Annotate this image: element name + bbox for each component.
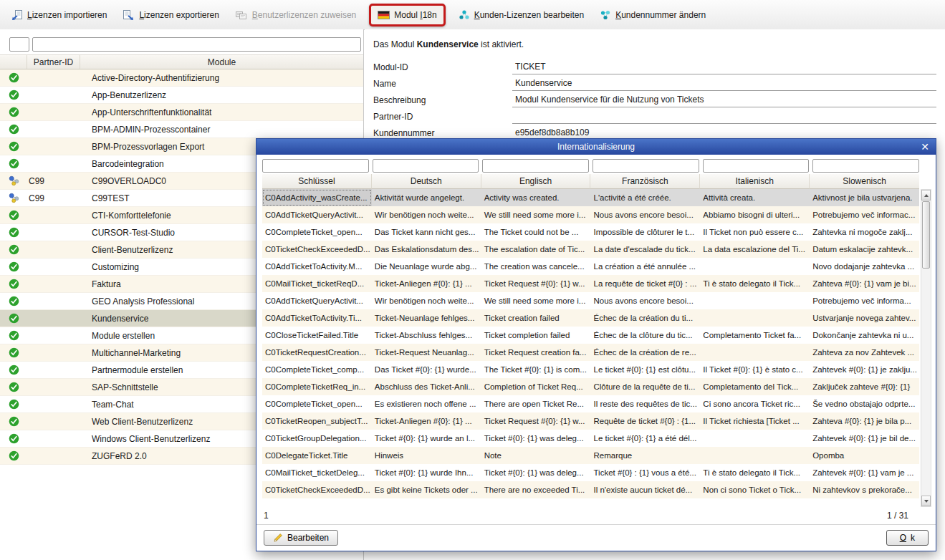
translation-row[interactable]: C0CompleteTicket_open... Das Ticket kann… — [262, 223, 919, 241]
cell-slovenian: Ustvarjanje novega zahtev... — [810, 309, 919, 327]
detail-field-value[interactable]: TICKET — [512, 60, 936, 74]
cell-slovenian: Zahteva za nov Zahtevek ... — [810, 344, 919, 361]
scroll-track[interactable] — [921, 269, 931, 496]
partner-id-filter-input[interactable] — [9, 37, 29, 52]
partner-id-column-header[interactable]: Partner-ID — [27, 55, 80, 69]
cell-slovenian: Zaključek zahteve #{0}: {1} — [810, 378, 919, 395]
module-row[interactable]: Active-Directory-Authentifizierung — [0, 69, 363, 87]
column-filter-input[interactable] — [703, 159, 810, 173]
module-table-header: Partner-ID Module — [0, 54, 363, 69]
status-column-header[interactable] — [0, 55, 27, 69]
cell-german: Aktivität wurde angelegt. — [372, 189, 481, 206]
cell-slovenian: Potrebujemo več informac... — [810, 206, 919, 223]
translation-row[interactable]: C0TicketCheckExceededD... Das Eskalation… — [262, 241, 919, 258]
translation-row[interactable]: C0AddTicketToActivity.Ti... Ticket-Neuan… — [262, 309, 919, 327]
detail-field-value[interactable]: Modul Kundenservice für die Nutzung von … — [512, 93, 936, 107]
translation-row[interactable]: C0TicketGroupDelegation... Ticket #{0}: … — [262, 430, 919, 447]
edit-button-label: Bearbeiten — [287, 533, 329, 543]
column-header[interactable]: Slowenisch — [810, 174, 919, 189]
ok-button[interactable]: Ok — [886, 530, 929, 546]
cell-french: La requête de ticket #{0} : ... — [590, 275, 700, 292]
detail-field-value[interactable]: Kundenservice — [512, 77, 936, 91]
translation-row[interactable]: C0MailTicket_ticketReqD... Ticket-Anlieg… — [262, 275, 919, 292]
translation-row[interactable]: C0DelegateTicket.Title Hinweis Note Rema… — [262, 447, 919, 464]
scroll-down-button[interactable] — [921, 496, 931, 506]
translation-row[interactable]: C0AddActivity_wasCreate... Aktivität wur… — [262, 189, 919, 206]
translation-row[interactable]: C0AddTicketQueryActivit... Wir benötigen… — [262, 206, 919, 223]
cell-key: C0TicketRequestCreation... — [262, 344, 372, 361]
cell-english: We still need some more i... — [481, 206, 591, 223]
row-count: 1 — [264, 511, 269, 521]
translation-row[interactable]: C0CompleteTicket_comp... Das Ticket #{0}… — [262, 361, 919, 378]
translation-row[interactable]: C0TicketReopen_subjectT... Ticket-Anlieg… — [262, 412, 919, 430]
close-icon[interactable]: ✕ — [918, 140, 932, 154]
cell-french: La date d'escalade du tick... — [590, 241, 700, 258]
module-row[interactable]: BPM-ADMIN-Prozesscontainer — [0, 121, 363, 138]
cell-german: Es existieren noch offene ... — [372, 395, 481, 412]
column-filter-input[interactable] — [812, 159, 919, 173]
translation-row[interactable]: C0AddTicketToActivity.M... Die Neuanlage… — [262, 258, 919, 275]
active-check-icon — [9, 227, 19, 238]
cell-key: C0CompleteTicket_open... — [262, 395, 372, 412]
column-header[interactable]: Italienisch — [700, 174, 810, 189]
active-check-icon — [9, 313, 19, 324]
active-check-icon — [9, 90, 19, 100]
import-licenses-button[interactable]: Lizenzen importieren — [4, 5, 113, 25]
cell-french: Il reste des requêtes de tic... — [590, 395, 700, 412]
cell-english: Ticket Request creation fa... — [481, 344, 591, 361]
cell-french: Remarque — [590, 447, 700, 464]
cell-german: Das Ticket kann nicht ges... — [372, 223, 481, 241]
module-filter-input[interactable] — [32, 37, 361, 52]
modul-i18n-highlight-box: Modul I18n — [369, 4, 445, 26]
cell-french: Nous avons encore besoi... — [590, 206, 700, 223]
toolbar-button-label: Modul I18n — [394, 10, 436, 20]
translation-row[interactable]: C0TicketCheckExceededD... Es gibt keine … — [262, 481, 919, 498]
module-column-header[interactable]: Module — [80, 55, 363, 69]
column-filter-input[interactable] — [482, 159, 589, 173]
active-check-icon — [9, 141, 19, 152]
translation-row[interactable]: C0MailTicket_ticketDeleg... Ticket #{0}:… — [262, 464, 919, 481]
column-header[interactable]: Schlüssel — [262, 174, 372, 189]
translation-row[interactable]: C0CompleteTicketReq_in... Abschluss des … — [262, 378, 919, 395]
active-check-icon — [9, 382, 19, 392]
column-filter-input[interactable] — [593, 159, 699, 173]
cell-german: Abschluss des Ticket-Anli... — [372, 378, 481, 395]
scroll-thumb[interactable] — [922, 201, 930, 269]
toolbar-button-label: Lizenzen importieren — [27, 10, 107, 20]
translation-row[interactable]: C0CloseTicketFailed.Title Ticket-Abschlu… — [262, 327, 919, 344]
active-check-icon — [9, 72, 19, 83]
edit-customer-licenses-button[interactable]: Kunden-Lizenzen bearbeiten — [452, 5, 590, 25]
cell-italian: Il Ticket #{0}: {1} è stato c... — [700, 361, 810, 378]
cell-slovenian: Datum eskalacije zahtevk... — [810, 241, 919, 258]
vertical-scrollbar[interactable] — [921, 159, 931, 507]
cell-italian: Ti è stato delegato il Tick... — [700, 464, 810, 481]
active-check-icon — [9, 124, 19, 135]
module-row[interactable]: App-Benutzerlizenz — [0, 87, 363, 104]
translation-row[interactable]: C0TicketRequestCreation... Ticket-Reques… — [262, 344, 919, 361]
cell-italian: Ci sono ancora Ticket ric... — [700, 395, 810, 412]
column-header[interactable]: Französisch — [590, 174, 700, 189]
module-row[interactable]: App-Unterschriftenfunktionalität — [0, 104, 363, 121]
active-check-icon — [9, 107, 19, 117]
translation-row[interactable]: C0CompleteTicket_open... Es existieren n… — [262, 395, 919, 412]
edit-button[interactable]: Bearbeiten — [264, 530, 338, 546]
detail-field-value[interactable] — [512, 110, 936, 124]
dialog-titlebar[interactable]: Internationalisierung ✕ — [256, 139, 936, 155]
cell-english: Ticket completion failed — [481, 327, 591, 344]
column-header[interactable]: Englisch — [481, 174, 591, 189]
cell-french: Impossible de clôturer le t... — [590, 223, 700, 241]
cell-slovenian: Zahteva #{0}: {1} je bila p... — [810, 412, 919, 430]
column-filter-input[interactable] — [373, 159, 479, 173]
change-customer-number-button[interactable]: Kundennummer ändern — [593, 5, 712, 25]
translation-row[interactable]: C0AddTicketQueryActivit... Wir benötigen… — [262, 292, 919, 309]
column-filter-input[interactable] — [262, 159, 369, 173]
module-partner-id: C99 — [27, 193, 80, 203]
cell-french: Nous avons encore besoi... — [590, 292, 700, 309]
cell-italian: Ti è stato delegato il Tick... — [700, 275, 810, 292]
export-licenses-button[interactable]: Lizenzen exportieren — [116, 5, 225, 25]
toolbar-button-label: Kunden-Lizenzen bearbeiten — [474, 10, 584, 20]
scroll-up-button[interactable] — [921, 190, 931, 201]
column-header[interactable]: Deutsch — [372, 174, 481, 189]
modul-i18n-button[interactable]: Modul I18n — [371, 6, 443, 24]
toolbar-button-label: Benutzerlizenzen zuweisen — [252, 10, 356, 20]
